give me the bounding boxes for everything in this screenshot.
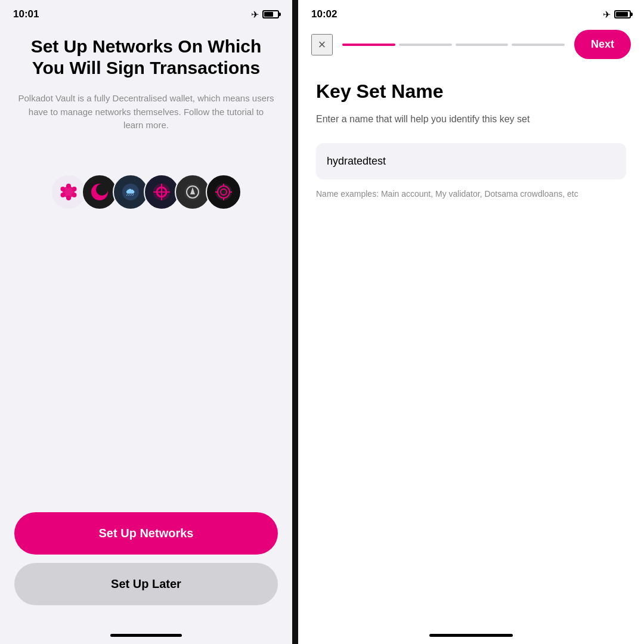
network-icon-acala [175,174,210,210]
key-set-name-input[interactable] [316,143,626,179]
progress-step-1 [342,44,395,46]
right-nav: × Next [298,24,644,69]
left-status-bar: 10:01 ✈ [0,0,292,24]
network-icon-polkadot [51,174,86,210]
svg-text:🌧: 🌧 [125,186,136,198]
progress-bar [342,44,565,46]
progress-step-3 [456,44,509,46]
left-time: 10:01 [13,8,39,20]
network-icons-row: 🌧 [18,174,274,210]
right-battery-icon [614,10,631,18]
right-battery-fill [616,12,628,17]
left-screen: 10:01 ✈ Set Up Networks On Which You Wil… [0,0,292,644]
left-bottom: Set Up Networks Set Up Later [0,512,292,629]
svg-point-8 [96,184,108,196]
right-screen: 10:02 ✈ × Next Key Set Name Enter a name… [298,0,644,644]
left-status-icons: ✈ [251,9,279,20]
close-button[interactable]: × [311,34,333,55]
svg-point-6 [72,193,77,197]
right-content: Key Set Name Enter a name that will help… [298,69,644,634]
setup-networks-button[interactable]: Set Up Networks [14,512,278,555]
svg-point-1 [66,184,71,188]
airplane-icon: ✈ [251,9,259,20]
name-examples-hint: Name examples: Main account, My validato… [316,188,626,200]
network-icon-moonbeam [82,174,117,210]
svg-point-4 [72,187,77,191]
left-content: Set Up Networks On Which You Will Sign T… [0,24,292,512]
setup-later-button[interactable]: Set Up Later [14,563,278,605]
page-title: Set Up Networks On Which You Will Sign T… [18,36,274,79]
right-airplane-icon: ✈ [603,9,611,20]
right-time: 10:02 [311,8,337,20]
svg-point-2 [66,196,71,200]
network-icon-karura [144,174,179,210]
right-status-bar: 10:02 ✈ [298,0,644,24]
network-icon-astar: 🌧 [113,174,148,210]
network-icon-other [206,174,242,210]
battery-icon [262,10,279,18]
key-set-description: Enter a name that will help you identify… [316,112,626,126]
progress-step-2 [399,44,452,46]
screen-divider [292,0,298,644]
svg-point-5 [61,193,66,197]
right-status-icons: ✈ [603,9,631,20]
next-button[interactable]: Next [574,30,631,59]
progress-step-4 [512,44,565,46]
svg-point-3 [61,187,66,191]
page-subtitle: Polkadot Vault is a fully Decentralised … [18,92,274,132]
key-set-title: Key Set Name [316,80,626,103]
battery-fill [264,12,273,17]
right-home-indicator [429,634,513,637]
left-home-indicator [110,634,182,637]
